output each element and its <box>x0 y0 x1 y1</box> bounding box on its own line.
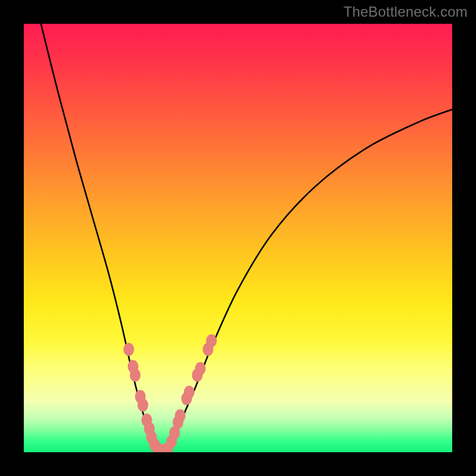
watermark-text: TheBottleneck.com <box>343 4 468 20</box>
data-marker <box>137 399 148 412</box>
data-marker <box>184 386 195 399</box>
curve-right-branch <box>165 109 452 450</box>
chart-frame: TheBottleneck.com <box>0 0 476 476</box>
chart-svg <box>24 24 452 452</box>
data-marker <box>175 409 186 422</box>
marker-layer <box>123 334 217 452</box>
data-marker <box>195 362 206 375</box>
plot-area <box>24 24 452 452</box>
curve-left-branch <box>41 24 156 450</box>
data-marker <box>206 334 217 347</box>
data-marker <box>130 368 140 381</box>
data-marker <box>123 343 134 356</box>
